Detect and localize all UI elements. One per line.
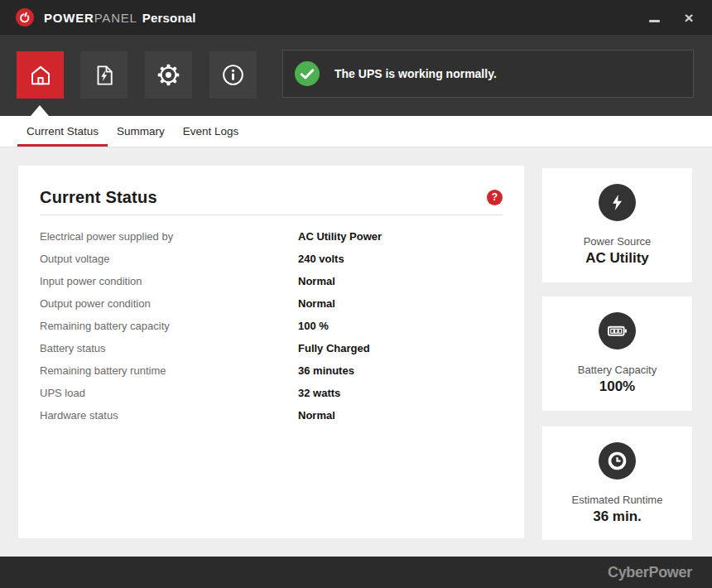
status-row-output-condition: Output power condition Normal <box>40 292 503 315</box>
battery-capacity-label: Battery Capacity <box>578 364 657 376</box>
help-button[interactable]: ? <box>487 190 503 205</box>
heading-divider <box>40 214 503 215</box>
status-row-ups-load: UPS load 32 watts <box>40 382 503 404</box>
power-source-label: Power Source <box>584 235 652 248</box>
active-nav-pointer <box>31 105 49 116</box>
app-title-edition: Personal <box>142 11 196 25</box>
close-icon: × <box>684 10 693 26</box>
report-document-icon <box>92 63 117 88</box>
current-status-panel: Current Status ? Electrical power suppli… <box>18 166 524 538</box>
home-icon <box>27 62 54 89</box>
tab-summary[interactable]: Summary <box>108 116 174 147</box>
footer-bar: CyberPower <box>0 557 712 588</box>
estimated-runtime-value: 36 min. <box>593 508 642 525</box>
app-title-power: POWER <box>44 11 94 25</box>
information-icon <box>220 62 246 88</box>
status-row-battery-status: Battery status Fully Charged <box>40 337 503 359</box>
panel-title: Current Status <box>40 188 157 207</box>
power-source-icon-circle <box>599 184 636 221</box>
status-row-power-supply: Electrical power supplied by AC Utility … <box>40 225 503 248</box>
title-bar: POWERPANELPersonal × <box>0 0 712 35</box>
power-source-card: Power Source AC Utility <box>542 168 692 282</box>
power-source-value: AC Utility <box>585 250 649 267</box>
status-ok-check-icon <box>295 61 320 86</box>
settings-gear-icon <box>155 61 182 89</box>
ups-status-message: The UPS is working normally. <box>334 67 497 80</box>
powerpanel-logo-icon <box>15 7 35 27</box>
app-title-panel: PANEL <box>94 11 137 25</box>
nav-home-button[interactable] <box>17 51 64 99</box>
estimated-runtime-card: Estimated Runtime 36 min. <box>542 427 692 540</box>
battery-capacity-value: 100% <box>599 378 635 395</box>
status-row-output-voltage: Output voltage 240 volts <box>40 248 503 270</box>
tab-bar: Current Status Summary Event Logs <box>0 116 712 147</box>
status-row-battery-capacity: Remaining battery capacity 100 % <box>40 315 503 337</box>
status-row-input-condition: Input power condition Normal <box>40 270 503 292</box>
window-controls: × <box>642 6 712 29</box>
nav-settings-button[interactable] <box>145 51 192 99</box>
battery-capacity-icon-circle <box>599 312 636 349</box>
close-button[interactable]: × <box>677 6 700 29</box>
nav-report-button[interactable] <box>80 51 127 99</box>
estimated-runtime-label: Estimated Runtime <box>572 494 663 506</box>
status-rows: Electrical power supplied by AC Utility … <box>40 225 503 427</box>
tab-current-status[interactable]: Current Status <box>17 116 108 147</box>
minimize-icon <box>649 20 660 22</box>
lightning-bolt-icon <box>608 193 627 212</box>
ups-status-banner: The UPS is working normally. <box>282 50 694 98</box>
estimated-runtime-icon-circle <box>599 442 636 480</box>
battery-icon <box>606 320 628 342</box>
minimize-button[interactable] <box>642 6 666 29</box>
tab-event-logs[interactable]: Event Logs <box>174 116 248 147</box>
status-row-battery-runtime: Remaining battery runtime 36 minutes <box>40 359 503 382</box>
status-row-hardware-status: Hardware status Normal <box>40 404 503 427</box>
clock-icon <box>606 450 628 472</box>
cyberpower-logo: CyberPower <box>608 564 692 581</box>
app-title: POWERPANELPersonal <box>44 11 196 25</box>
question-mark-icon: ? <box>492 191 498 203</box>
nav-information-button[interactable] <box>209 51 257 99</box>
toolbar: The UPS is working normally. <box>0 35 712 116</box>
battery-capacity-card: Battery Capacity 100% <box>542 296 692 411</box>
